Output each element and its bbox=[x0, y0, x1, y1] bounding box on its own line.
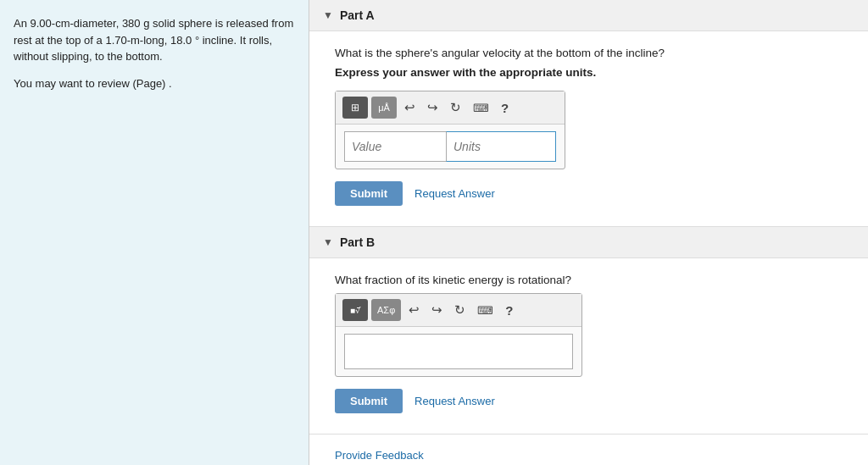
part-a-grid-btn[interactable]: ⊞ bbox=[342, 97, 368, 119]
part-a-content: What is the sphere's angular velocity at… bbox=[309, 31, 868, 226]
part-a-header[interactable]: ▼ Part A bbox=[309, 0, 868, 31]
part-b-question: What fraction of its kinetic energy is r… bbox=[335, 274, 843, 286]
part-a-kbd-btn[interactable]: ⌨ bbox=[469, 97, 493, 119]
part-b-answer-box: ■√̄ ΑΣφ ↩ ↪ ↻ ⌨ ? bbox=[335, 293, 582, 377]
part-a-units-input[interactable] bbox=[446, 131, 556, 162]
part-b-undo-btn[interactable]: ↩ bbox=[404, 299, 424, 321]
part-b-submit-button[interactable]: Submit bbox=[335, 389, 403, 413]
part-b-section: ▼ Part B What fraction of its kinetic en… bbox=[309, 227, 868, 435]
part-b-action-row: Submit Request Answer bbox=[335, 389, 843, 413]
left-panel: An 9.00-cm-diameter, 380 g solid sphere … bbox=[0, 0, 309, 465]
provide-feedback-link[interactable]: Provide Feedback bbox=[335, 449, 424, 462]
part-b-help-btn[interactable]: ? bbox=[501, 299, 517, 321]
part-a-answer-box: ⊞ μÅ ↩ ↪ ↻ ⌨ ? bbox=[335, 91, 565, 169]
part-a-value-input[interactable] bbox=[344, 131, 446, 162]
part-a-redo-btn[interactable]: ↪ bbox=[423, 97, 442, 119]
part-b-header[interactable]: ▼ Part B bbox=[309, 227, 868, 258]
part-a-undo-btn[interactable]: ↩ bbox=[400, 97, 420, 119]
right-panel: ▼ Part A What is the sphere's angular ve… bbox=[309, 0, 868, 465]
part-a-collapse-arrow[interactable]: ▼ bbox=[323, 9, 333, 21]
feedback-section: Provide Feedback bbox=[309, 435, 868, 465]
part-b-matrix-btn[interactable]: ■√̄ bbox=[342, 299, 368, 321]
part-b-content: What fraction of its kinetic energy is r… bbox=[309, 258, 868, 434]
part-a-submit-button[interactable]: Submit bbox=[335, 181, 403, 206]
review-text: You may want to review (Page) . bbox=[14, 75, 295, 92]
part-b-request-link[interactable]: Request Answer bbox=[415, 395, 495, 407]
problem-description: An 9.00-cm-diameter, 380 g solid sphere … bbox=[14, 15, 295, 65]
part-a-question: What is the sphere's angular velocity at… bbox=[335, 47, 843, 59]
part-a-section: ▼ Part A What is the sphere's angular ve… bbox=[309, 0, 868, 227]
part-b-answer-input[interactable] bbox=[344, 334, 573, 369]
part-b-refresh-btn[interactable]: ↻ bbox=[450, 299, 470, 321]
part-a-refresh-btn[interactable]: ↻ bbox=[446, 97, 465, 119]
part-b-kbd-btn[interactable]: ⌨ bbox=[473, 299, 498, 321]
part-a-toolbar: ⊞ μÅ ↩ ↪ ↻ ⌨ ? bbox=[336, 91, 565, 125]
part-b-collapse-arrow[interactable]: ▼ bbox=[323, 236, 333, 248]
part-b-toolbar: ■√̄ ΑΣφ ↩ ↪ ↻ ⌨ ? bbox=[336, 294, 581, 327]
part-b-alpha-btn[interactable]: ΑΣφ bbox=[371, 299, 401, 321]
part-a-input-row bbox=[336, 125, 565, 169]
part-a-action-row: Submit Request Answer bbox=[335, 181, 843, 206]
part-a-title: Part A bbox=[340, 8, 375, 22]
part-a-request-link[interactable]: Request Answer bbox=[415, 187, 495, 200]
part-b-redo-btn[interactable]: ↪ bbox=[427, 299, 447, 321]
part-a-instruction: Express your answer with the appropriate… bbox=[335, 66, 843, 79]
part-b-title: Part B bbox=[340, 235, 375, 249]
part-a-help-btn[interactable]: ? bbox=[497, 97, 513, 119]
part-a-mu-btn[interactable]: μÅ bbox=[371, 97, 397, 119]
